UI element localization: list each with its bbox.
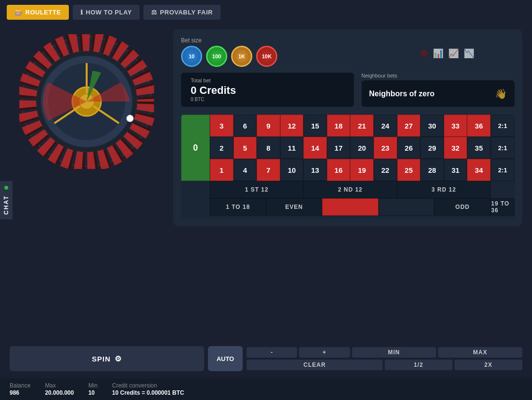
dozen-3rd[interactable]: 3 RD 12 bbox=[397, 181, 491, 198]
dozen-1st-label: 1 ST 12 bbox=[245, 186, 269, 193]
dozen-2nd[interactable]: 2 ND 12 bbox=[303, 181, 397, 198]
plus-label: + bbox=[323, 349, 326, 356]
auto-label: AUTO bbox=[217, 355, 234, 362]
settings-icon-btn[interactable]: ⚙ bbox=[420, 48, 428, 59]
provably-fair-nav-btn[interactable]: ⚖ PROVABLY FAIR bbox=[143, 5, 221, 20]
bet-1to18[interactable]: 1 TO 18 bbox=[210, 198, 266, 216]
bet-black[interactable] bbox=[378, 198, 435, 216]
number-6[interactable]: 6 bbox=[234, 115, 257, 137]
number-29[interactable]: 29 bbox=[420, 137, 444, 159]
number-27[interactable]: 27 bbox=[397, 115, 421, 137]
bet-19to36-label: 19 TO 36 bbox=[491, 200, 514, 214]
controls-bottom-row: CLEAR 1/2 2X bbox=[247, 360, 522, 370]
top-nav: 🎰 ROULETTE ℹ HOW TO PLAY ⚖ PROVABLY FAIR bbox=[0, 0, 532, 25]
number-23[interactable]: 23 bbox=[374, 137, 397, 159]
chip-100[interactable]: 100 bbox=[206, 46, 227, 67]
bet-red[interactable] bbox=[322, 198, 378, 216]
dozen-row: 1 ST 12 2 ND 12 3 RD 12 bbox=[181, 181, 515, 198]
number-8[interactable]: 8 bbox=[257, 137, 280, 159]
min-button[interactable]: MIN bbox=[352, 347, 436, 358]
number-22[interactable]: 22 bbox=[374, 159, 397, 181]
stats-icon-btn[interactable]: 📈 bbox=[448, 48, 459, 59]
clear-button[interactable]: CLEAR bbox=[247, 360, 382, 370]
number-32[interactable]: 32 bbox=[444, 137, 467, 159]
wheel-area bbox=[10, 29, 164, 226]
footer-balance: Balance 986 bbox=[10, 382, 30, 396]
number-7[interactable]: 7 bbox=[257, 159, 280, 181]
conversion-label: Credit conversion bbox=[112, 382, 184, 389]
number-5[interactable]: 5 bbox=[234, 137, 257, 159]
number-9[interactable]: 9 bbox=[257, 115, 280, 137]
min-label: MIN bbox=[388, 349, 400, 356]
number-1[interactable]: 1 bbox=[210, 159, 234, 181]
balance-value: 986 bbox=[10, 389, 19, 396]
number-17[interactable]: 17 bbox=[327, 137, 350, 159]
double-button[interactable]: 2X bbox=[454, 360, 522, 370]
chip-1k[interactable]: 1K bbox=[231, 46, 252, 67]
bet-odd[interactable]: ODD bbox=[434, 198, 491, 216]
how-to-play-nav-btn[interactable]: ℹ HOW TO PLAY bbox=[73, 5, 140, 20]
number-19[interactable]: 19 bbox=[350, 159, 374, 181]
min-label: Min bbox=[88, 382, 97, 389]
bet-types-spacer bbox=[181, 198, 210, 216]
chip-10k[interactable]: 10K bbox=[256, 46, 277, 67]
half-button[interactable]: 1/2 bbox=[385, 360, 453, 370]
number-12[interactable]: 12 bbox=[280, 115, 304, 137]
controls-right: - + MIN MAX CLEAR 1/2 2X bbox=[247, 347, 522, 370]
number-14[interactable]: 14 bbox=[303, 137, 327, 159]
minus-label: - bbox=[271, 349, 273, 356]
auto-button[interactable]: AUTO bbox=[208, 346, 243, 371]
plus-button[interactable]: + bbox=[299, 347, 350, 358]
ratio-row1[interactable]: 2:1 bbox=[491, 115, 515, 137]
number-grid: 0 3 6 9 12 15 18 21 24 27 30 33 36 2:1 2… bbox=[181, 115, 515, 181]
number-4[interactable]: 4 bbox=[234, 159, 257, 181]
neighbour-value: Neighbors of zero bbox=[369, 90, 435, 98]
ratio-row2[interactable]: 2:1 bbox=[491, 137, 515, 159]
total-bet-btc: 0 BTC bbox=[191, 97, 344, 102]
spin-button[interactable]: SPIN ⚙ bbox=[10, 346, 204, 371]
number-10[interactable]: 10 bbox=[280, 159, 304, 181]
number-31[interactable]: 31 bbox=[444, 159, 467, 181]
chart-icon-btn[interactable]: 📉 bbox=[464, 48, 474, 59]
chat-sidebar[interactable]: CHAT bbox=[0, 181, 13, 219]
number-34[interactable]: 34 bbox=[467, 159, 491, 181]
scales-icon: ⚖ bbox=[151, 9, 157, 16]
number-21[interactable]: 21 bbox=[350, 115, 374, 137]
number-15[interactable]: 15 bbox=[303, 115, 327, 137]
controls-top-row: - + MIN MAX bbox=[247, 347, 522, 358]
number-28[interactable]: 28 bbox=[420, 159, 444, 181]
number-24[interactable]: 24 bbox=[374, 115, 397, 137]
number-25[interactable]: 25 bbox=[397, 159, 421, 181]
chip-10k-label: 10K bbox=[262, 53, 272, 59]
footer-max: Max 20.000.000 bbox=[45, 382, 74, 396]
neighbour-box[interactable]: Neighbors of zero 👋 bbox=[362, 80, 515, 107]
number-35[interactable]: 35 bbox=[467, 137, 491, 159]
history-icon-btn[interactable]: 📊 bbox=[433, 48, 443, 59]
number-26[interactable]: 26 bbox=[397, 137, 421, 159]
number-33[interactable]: 33 bbox=[444, 115, 467, 137]
bet-even-label: EVEN bbox=[285, 204, 303, 210]
number-13[interactable]: 13 bbox=[303, 159, 327, 181]
number-36[interactable]: 36 bbox=[467, 115, 491, 137]
number-11[interactable]: 11 bbox=[280, 137, 304, 159]
bet-size-label: Bet size bbox=[181, 37, 515, 44]
number-16[interactable]: 16 bbox=[327, 159, 350, 181]
roulette-nav-btn[interactable]: 🎰 ROULETTE bbox=[7, 5, 69, 20]
max-label: MAX bbox=[473, 349, 488, 356]
minus-button[interactable]: - bbox=[247, 347, 297, 358]
bet-19to36[interactable]: 19 TO 36 bbox=[491, 198, 515, 216]
dozen-1st[interactable]: 1 ST 12 bbox=[210, 181, 303, 198]
dozen-2nd-label: 2 ND 12 bbox=[338, 186, 363, 193]
number-20[interactable]: 20 bbox=[350, 137, 374, 159]
ratio-row3[interactable]: 2:1 bbox=[491, 159, 515, 181]
number-3[interactable]: 3 bbox=[210, 115, 234, 137]
max-button[interactable]: MAX bbox=[438, 347, 522, 358]
number-zero[interactable]: 0 bbox=[181, 115, 210, 181]
number-2[interactable]: 2 bbox=[210, 137, 234, 159]
number-30[interactable]: 30 bbox=[420, 115, 444, 137]
chip-10[interactable]: 10 bbox=[181, 46, 202, 67]
balance-label: Balance bbox=[10, 382, 30, 389]
number-18[interactable]: 18 bbox=[327, 115, 350, 137]
bet-even[interactable]: EVEN bbox=[266, 198, 323, 216]
half-label: 1/2 bbox=[414, 361, 423, 368]
